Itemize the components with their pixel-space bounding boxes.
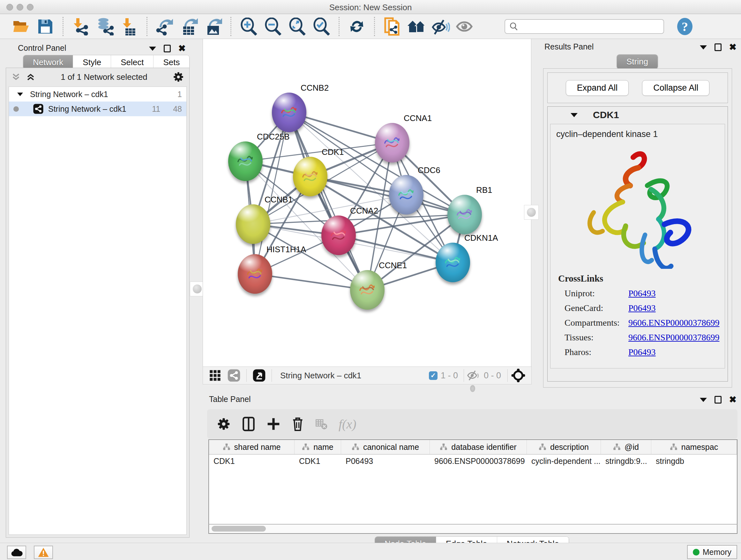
column-header-namespac[interactable]: namespac (651, 440, 737, 454)
section-expander-icon[interactable] (570, 113, 578, 117)
export-table-button[interactable] (179, 17, 199, 37)
network-from-database-button[interactable] (95, 17, 115, 37)
network-node-cdc25b[interactable] (228, 141, 263, 181)
table-toolbar: f(x) (207, 409, 738, 439)
network-canvas[interactable]: CCNB2CCNA1CDC25BCDK1CDC6RB1CCNB1CCNA2CDK… (203, 39, 531, 367)
network-node-ccnb2[interactable] (272, 92, 307, 132)
help-button[interactable]: ? (675, 17, 695, 37)
column-header-shared-name[interactable]: shared name (209, 440, 294, 454)
column-header-name[interactable]: name (294, 440, 341, 454)
selected-nodes-checkbox[interactable]: ✓ (429, 371, 437, 380)
expand-all-button[interactable]: Expand All (566, 80, 629, 96)
zoom-in-button[interactable] (239, 17, 259, 37)
status-bar: Memory (0, 543, 741, 560)
crosslink-link[interactable]: P06493 (628, 288, 656, 299)
table-cell[interactable]: cyclin-dependent ... (527, 455, 601, 469)
open-in-window-icon[interactable] (253, 369, 266, 382)
grid-view-icon[interactable] (209, 369, 221, 382)
zoom-fit-button[interactable] (287, 17, 307, 37)
network-node-cdc6[interactable] (389, 175, 423, 214)
column-header--id[interactable]: @id (601, 440, 651, 454)
network-node-cdk1[interactable] (293, 157, 327, 196)
birdseye-crosshair-icon[interactable] (511, 368, 526, 383)
save-session-button[interactable] (36, 17, 55, 37)
collection-count: 1 (178, 90, 182, 99)
node-label-cdk1: CDK1 (322, 147, 344, 157)
protein-section-header[interactable]: CDK1 (548, 107, 728, 123)
crosslink-link[interactable]: P06493 (628, 303, 656, 313)
table-row[interactable]: CDK1CDK1P064939606.ENSP00000378699cyclin… (209, 455, 737, 469)
close-panel-icon[interactable]: ✖ (729, 44, 737, 51)
network-node-cdkn1a[interactable] (435, 243, 470, 282)
splitter-grip[interactable] (470, 385, 475, 392)
delete-table-icon-disabled (315, 418, 328, 430)
clone-network-button[interactable] (382, 17, 402, 37)
crosslink-link[interactable]: 9606.ENSP00000378699 (628, 332, 719, 343)
table-horizontal-scrollbar[interactable] (208, 524, 738, 534)
import-network-button[interactable] (71, 17, 91, 37)
network-node-hist1h1a[interactable] (238, 254, 272, 294)
hide-panel-button[interactable] (431, 17, 451, 37)
float-panel-icon[interactable] (715, 396, 722, 403)
network-edge[interactable] (289, 112, 367, 290)
tab-string[interactable]: String (617, 55, 658, 69)
column-header-database-identifier[interactable]: database identifier (430, 440, 527, 454)
close-panel-icon[interactable]: ✖ (729, 396, 737, 403)
network-node-ccne1[interactable] (350, 270, 385, 310)
close-panel-icon[interactable]: ✖ (179, 45, 186, 52)
collapse-all-button[interactable]: Collapse All (642, 80, 710, 96)
search-input[interactable] (522, 22, 660, 31)
create-column-plus-icon[interactable] (266, 416, 280, 432)
zoom-selected-button[interactable] (312, 17, 331, 37)
memory-button[interactable]: Memory (687, 545, 737, 559)
network-node-rb1[interactable] (448, 195, 482, 234)
control-panel: Control Panel ✖ NetworkStyleSelectSets 1… (3, 41, 193, 539)
crosslink-link[interactable]: P06493 (628, 347, 656, 357)
hidden-eye-slash-icon[interactable] (467, 369, 481, 381)
table-cell[interactable]: CDK1 (294, 455, 341, 469)
refresh-button[interactable] (347, 17, 367, 37)
expand-all-icon[interactable] (26, 72, 36, 82)
network-collection-row[interactable]: String Network – cdk1 1 (9, 87, 186, 102)
network-manager: 1 of 1 Network selected String Network –… (6, 68, 190, 538)
show-panel-button[interactable] (455, 17, 475, 37)
crosslink-link[interactable]: 9606.ENSP00000378699 (628, 318, 719, 328)
column-header-label: database identifier (451, 442, 516, 452)
table-options-gear-icon[interactable] (217, 417, 231, 431)
network-node-ccna1[interactable] (375, 123, 409, 163)
open-session-button[interactable] (11, 17, 31, 37)
table-header-row: shared namenamecanonical namedatabase id… (209, 440, 737, 455)
column-type-icon (539, 443, 546, 451)
column-type-icon (670, 443, 677, 451)
import-table-button[interactable] (119, 17, 139, 37)
network-node-ccnb1[interactable] (236, 204, 270, 244)
float-panel-icon[interactable] (715, 44, 722, 51)
scrollbar-thumb[interactable] (212, 526, 266, 532)
network-node-ccna2[interactable] (321, 215, 356, 255)
tree-expander-icon[interactable] (17, 92, 23, 96)
warnings-button[interactable] (34, 546, 53, 559)
zoom-out-button[interactable] (263, 17, 283, 37)
table-cell[interactable]: 9606.ENSP00000378699 (430, 455, 527, 469)
panel-menu-icon[interactable] (700, 45, 707, 50)
home-view-button[interactable] (407, 17, 426, 37)
show-columns-icon[interactable] (242, 416, 256, 432)
table-cell[interactable]: stringdb:9... (601, 455, 651, 469)
column-header-canonical-name[interactable]: canonical name (341, 440, 430, 454)
delete-column-trash-icon[interactable] (291, 416, 304, 432)
panel-menu-icon[interactable] (149, 47, 156, 51)
float-panel-icon[interactable] (164, 45, 171, 52)
panel-menu-icon[interactable] (700, 398, 707, 402)
collapse-all-icon[interactable] (11, 72, 21, 82)
network-share-view-icon[interactable] (227, 369, 241, 382)
warning-icon (38, 547, 49, 557)
column-header-description[interactable]: description (527, 440, 601, 454)
network-options-gear-icon[interactable] (173, 71, 184, 83)
table-cell[interactable]: CDK1 (209, 455, 294, 469)
cloud-status-button[interactable] (7, 546, 26, 559)
table-cell[interactable]: stringdb (651, 455, 737, 469)
network-row[interactable]: String Network – cdk1 11 48 (9, 102, 186, 116)
export-network-button[interactable] (155, 17, 175, 37)
table-cell[interactable]: P06493 (341, 455, 430, 469)
export-image-button[interactable] (203, 17, 223, 37)
